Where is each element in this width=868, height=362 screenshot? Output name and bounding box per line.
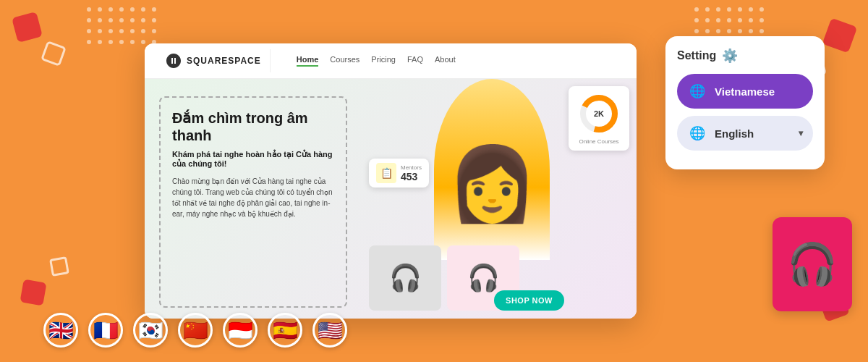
decorative-cube-4: [49, 256, 69, 277]
settings-panel: Setting ⚙️ 🌐 Vietnamese 🌐 English ▾: [665, 36, 825, 169]
mentors-info: Mentors 453: [401, 164, 422, 182]
decorative-cube-2: [41, 41, 67, 67]
flag-es[interactable]: 🇪🇸: [268, 313, 302, 348]
mentors-icon: 📋: [376, 163, 396, 183]
gear-icon: ⚙️: [722, 48, 738, 64]
globe-icon-vietnamese: 🌐: [687, 81, 707, 101]
flag-fr[interactable]: 🇫🇷: [88, 313, 123, 348]
flag-id[interactable]: 🇮🇩: [223, 313, 258, 348]
nav-pricing[interactable]: Pricing: [371, 55, 396, 67]
nav-home[interactable]: Home: [297, 55, 319, 67]
person-emoji: 👩: [447, 141, 537, 227]
squarespace-label: SQUARESPACE: [187, 56, 261, 66]
globe-icon-english: 🌐: [687, 123, 707, 143]
stat-mentors-card: 📋 Mentors 453: [369, 159, 429, 188]
flags-row: 🇬🇧 🇫🇷 🇰🇷 🇨🇳 🇮🇩 🇪🇸 🇺🇸: [43, 313, 347, 348]
flag-kr[interactable]: 🇰🇷: [133, 313, 168, 348]
site-right-panel: 👩 📋 Mentors 453 2K Online Courses: [362, 79, 637, 319]
site-main-title: Đắm chìm trong âm thanh: [172, 109, 334, 144]
english-label: English: [715, 127, 754, 140]
brand-logo: SQUARESPACE: [156, 49, 271, 72]
browser-mockup: SQUARESPACE Home Courses Pricing FAQ Abo…: [145, 43, 637, 319]
decorative-cube-3: [20, 279, 46, 306]
language-option-vietnamese[interactable]: 🌐 Vietnamese: [677, 74, 813, 109]
flag-uk[interactable]: 🇬🇧: [43, 313, 78, 348]
site-description: Chào mừng bạn đến với Cửa hàng tai nghe …: [172, 176, 334, 219]
chevron-down-icon: ▾: [799, 128, 803, 138]
nav-menu[interactable]: Home Courses Pricing FAQ About: [297, 55, 456, 67]
headphone-black: 🎧: [369, 245, 441, 311]
flag-cn[interactable]: 🇨🇳: [178, 313, 213, 348]
mentors-value: 453: [401, 171, 422, 182]
mentors-label: Mentors: [401, 164, 422, 171]
content-dashed-box: Đắm chìm trong âm thanh Khám phá tai ngh…: [159, 96, 347, 308]
site-content-area: Đắm chìm trong âm thanh Khám phá tai ngh…: [145, 79, 637, 319]
donut-value: 2K: [594, 109, 604, 118]
settings-title: Setting: [677, 49, 716, 62]
donut-chart: 2K: [577, 92, 621, 135]
nav-about[interactable]: About: [435, 55, 456, 67]
courses-label: Online Courses: [577, 138, 621, 145]
settings-header: Setting ⚙️: [677, 48, 813, 64]
stat-courses-card: 2K Online Courses: [569, 86, 629, 151]
nav-faq[interactable]: FAQ: [407, 55, 423, 67]
dots-pattern-left: [87, 7, 159, 47]
decorative-cube-5: [822, 18, 858, 54]
decorative-cube-1: [12, 12, 43, 43]
flag-us[interactable]: 🇺🇸: [312, 313, 347, 348]
site-left-panel: Đắm chìm trong âm thanh Khám phá tai ngh…: [145, 79, 362, 319]
vietnamese-label: Vietnamese: [715, 85, 775, 98]
squarespace-icon: [165, 52, 182, 70]
language-option-english[interactable]: 🌐 English ▾: [677, 116, 813, 151]
headphone-side-display: 🎧: [773, 217, 852, 311]
browser-navbar: SQUARESPACE Home Courses Pricing FAQ Abo…: [145, 43, 637, 79]
person-image: 👩: [434, 79, 550, 260]
nav-courses[interactable]: Courses: [330, 55, 359, 67]
shop-now-button[interactable]: SHOP NOW: [494, 290, 564, 311]
site-subtitle: Khám phá tai nghe hoàn hảo tại Cửa hàng …: [172, 150, 334, 169]
